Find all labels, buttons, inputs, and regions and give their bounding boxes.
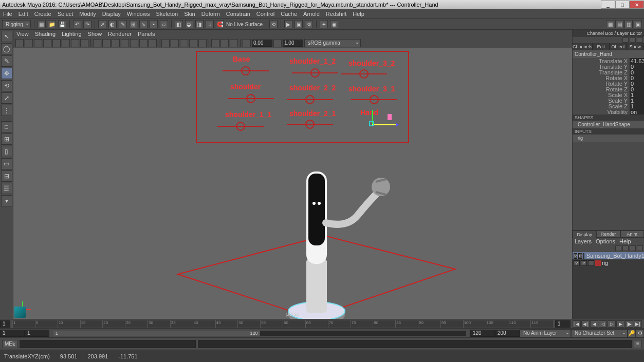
range-start-outer[interactable]: [0, 330, 25, 337]
prefs-icon[interactable]: ⚙: [636, 329, 644, 337]
isolate-icon[interactable]: [149, 39, 157, 47]
gamma-field[interactable]: [283, 40, 303, 47]
goto-start-icon[interactable]: |◀: [573, 320, 581, 328]
shape-name[interactable]: Controller_HandShape: [573, 121, 644, 128]
layer-color-swatch[interactable]: [595, 260, 601, 266]
shadows-icon[interactable]: [139, 39, 148, 47]
layout-four-icon[interactable]: ⊞: [1, 134, 12, 145]
ctrl-slider-shoulder[interactable]: [228, 98, 274, 99]
goto-end-icon[interactable]: ▶|: [634, 320, 642, 328]
menu-redshift[interactable]: Redshift: [326, 11, 346, 17]
dof-icon[interactable]: [211, 39, 219, 47]
ctrl-slider-s11[interactable]: [217, 126, 264, 127]
sym-z-icon[interactable]: ◨: [195, 20, 204, 28]
shaded-icon[interactable]: [112, 39, 120, 47]
wireframe-icon[interactable]: [102, 39, 111, 47]
ctrl-slider-s32[interactable]: [341, 73, 387, 74]
close-button[interactable]: ✕: [630, 1, 644, 9]
step-back-icon[interactable]: ◀: [590, 320, 598, 328]
menu-edit[interactable]: Edit: [19, 11, 28, 17]
layer-row[interactable]: V P rig: [573, 259, 644, 266]
save-scene-icon[interactable]: 💾: [58, 20, 66, 28]
menu-modify[interactable]: Modify: [79, 11, 96, 17]
panel-menu-panels[interactable]: Panels: [138, 31, 155, 37]
res-gate-icon[interactable]: [52, 39, 61, 47]
menu-skeleton[interactable]: Skeleton: [156, 11, 178, 17]
grid-icon[interactable]: [93, 39, 101, 47]
play-fwd-icon[interactable]: ▷: [608, 320, 616, 328]
menu-select[interactable]: Select: [58, 11, 73, 17]
menu-deform[interactable]: Deform: [201, 11, 220, 17]
ctrl-slider-s22[interactable]: [287, 99, 333, 100]
select-tool-icon[interactable]: ↖: [1, 31, 12, 42]
ipr-icon[interactable]: ▣: [295, 20, 303, 28]
current-frame-field-left[interactable]: [0, 320, 10, 328]
robot-mesh[interactable]: [286, 161, 404, 319]
menu-skin[interactable]: Skin: [184, 11, 195, 17]
menu-constrain[interactable]: Constrain: [226, 11, 250, 17]
camera-select-icon[interactable]: [15, 39, 24, 47]
exposure-field[interactable]: [252, 40, 272, 47]
layer-menu-help[interactable]: Help: [619, 238, 631, 244]
motion-blur-icon[interactable]: [189, 39, 197, 47]
film-gate-icon[interactable]: [43, 39, 51, 47]
character-set-dropdown[interactable]: No Character Set: [571, 329, 628, 337]
menu-arnold[interactable]: Arnold: [303, 11, 320, 17]
last-tool-icon[interactable]: ⋮: [1, 105, 12, 116]
menu-create[interactable]: Create: [34, 11, 51, 17]
image-plane-icon[interactable]: [34, 39, 42, 47]
cb-tab-edit[interactable]: Edit: [593, 43, 610, 50]
panel-menu-lighting[interactable]: Lighting: [62, 31, 82, 37]
cb-tab-show[interactable]: Show: [627, 43, 644, 50]
menu-control[interactable]: Control: [256, 11, 274, 17]
render-icon[interactable]: ▶: [284, 20, 292, 28]
scale-tool-icon[interactable]: ⤢: [1, 92, 12, 104]
cb-mode-2-icon[interactable]: [630, 37, 636, 43]
layer-row[interactable]: V P Samsung_Bot_Handy1: [573, 252, 644, 259]
range-thumb[interactable]: 1 120: [53, 331, 260, 336]
field-chart-icon[interactable]: [71, 39, 79, 47]
snap-curve-icon[interactable]: ∿: [139, 20, 148, 28]
layer-name[interactable]: Samsung_Bot_Handy1: [586, 253, 644, 259]
layer-tab-display[interactable]: Display: [573, 231, 596, 238]
exposure-icon[interactable]: [220, 39, 229, 47]
undo-icon[interactable]: ↶: [73, 20, 81, 28]
command-input[interactable]: [20, 340, 196, 348]
layer-moveup-icon[interactable]: [622, 245, 629, 251]
layout-outliner-icon[interactable]: ☰: [1, 183, 12, 194]
range-slider[interactable]: 1 120: [53, 331, 466, 336]
colorspace-dropdown[interactable]: sRGB gamma: [304, 39, 361, 47]
sym-y-icon[interactable]: ◒: [185, 20, 193, 28]
move-tool-icon[interactable]: ✥: [1, 68, 12, 79]
current-frame-field-right[interactable]: [555, 320, 571, 328]
live-icon[interactable]: 🧲: [216, 20, 224, 28]
layout-single-icon[interactable]: □: [1, 121, 12, 132]
step-fwd-key-icon[interactable]: |▶: [625, 320, 633, 328]
lights-icon[interactable]: [130, 39, 138, 47]
renderer-icon[interactable]: [230, 39, 238, 47]
range-start-inner[interactable]: [25, 330, 49, 337]
lasso-tool-icon[interactable]: ◯: [1, 43, 12, 54]
open-scene-icon[interactable]: 📁: [48, 20, 56, 28]
layer-playback-toggle[interactable]: P: [581, 260, 587, 266]
ctrl-slider-base[interactable]: [223, 70, 269, 71]
layer-playback-toggle[interactable]: P: [578, 253, 582, 259]
select-mode-icon[interactable]: ➚: [98, 20, 106, 28]
layer-menu-options[interactable]: Options: [596, 238, 615, 244]
range-end-inner[interactable]: [470, 330, 495, 337]
layer-displaytype-toggle[interactable]: [583, 253, 584, 259]
attr-val[interactable]: on: [630, 109, 644, 115]
exposure-reset-icon[interactable]: [243, 39, 251, 47]
menu-cache[interactable]: Cache: [281, 11, 297, 17]
xray-icon[interactable]: [161, 39, 170, 47]
panel-menu-show[interactable]: Show: [88, 31, 102, 37]
range-end-outer[interactable]: [495, 330, 520, 337]
snap-grid-icon[interactable]: ⊞: [129, 20, 137, 28]
ui-toggle-4-icon[interactable]: ▣: [634, 20, 642, 28]
new-scene-icon[interactable]: ▦: [38, 20, 46, 28]
ctrl-slider-s31[interactable]: [351, 99, 397, 100]
ctrl-slider-s21[interactable]: [287, 124, 333, 125]
manipulator-x-axis[interactable]: [372, 124, 398, 125]
panel-menu-view[interactable]: View: [16, 31, 29, 37]
panel-menu-shading[interactable]: Shading: [35, 31, 56, 37]
